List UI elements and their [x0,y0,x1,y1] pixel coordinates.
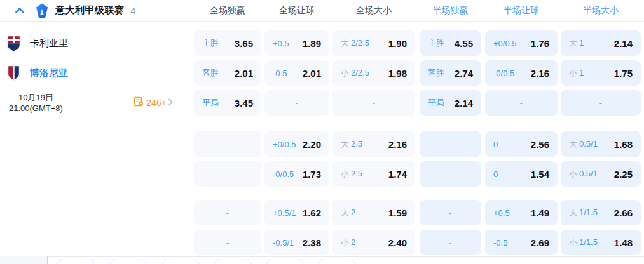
more-markets-button[interactable]: 246+ [134,96,174,109]
over-under-prefix: 小 [341,68,349,77]
over-under-prefix: 大 [569,38,577,48]
odds-cell[interactable]: +0/0.51.76 [485,30,558,56]
away-team-row[interactable]: 博洛尼亚 [0,60,188,86]
odds-cell[interactable]: -0.52.69 [485,230,558,255]
match-datetime: 10月19日 21:00(GMT+8) [9,92,63,114]
odds-cell[interactable]: 大2.52.16 [332,131,415,157]
league-header-left: 意大利甲级联赛 4 [0,3,188,18]
odds-cell[interactable]: 小2/2.51.98 [332,60,415,86]
match-date: 10月19日 [9,92,63,103]
odds-cell[interactable]: 大2/2.51.90 [332,30,415,56]
market-label: 主胜 [202,37,219,49]
league-title: 意大利甲级联赛 [55,4,125,16]
over-under-prefix: 小 [341,237,349,247]
odds-value: 2.25 [614,169,633,180]
odds-cell-empty: - [420,200,481,225]
market-label: 大0.5/1 [569,138,598,150]
odds-cell[interactable]: -0.52.01 [264,60,329,86]
horizontal-divider [48,256,644,257]
odds-cell-empty: - [194,161,261,187]
filter-pill[interactable] [214,260,252,264]
odds-value: 1.54 [531,169,549,180]
odds-cell[interactable]: +0.51.89 [264,30,329,56]
odds-cell[interactable]: -0.5/12.38 [264,230,329,255]
odds-cell[interactable]: +0/0.52.20 [264,131,329,157]
row-left-spacer [0,230,188,255]
home-team-row[interactable]: 卡利亚里 [0,30,188,56]
odds-row-alt-1: - +0/0.52.20 大2.52.16 - 02.56 大0.5/11.68 [0,131,644,157]
odds-row-alt-2: - -0/0.51.73 小2.51.74 - 01.54 小0.5/12.25 [0,161,644,187]
odds-cell[interactable]: 主胜3.65 [194,30,261,56]
odds-value: 1.59 [388,208,407,218]
serie-a-logo-icon [36,3,48,18]
odds-cell-empty: - [561,90,641,116]
odds-cell[interactable]: +0.51.49 [485,200,558,225]
odds-cell[interactable]: 主胜4.55 [420,30,481,56]
odds-cell[interactable]: +0.5/11.62 [264,200,329,225]
row-left-spacer [0,200,188,225]
odds-value: 1.49 [531,208,549,218]
section-divider [0,122,644,122]
odds-cell[interactable]: 大12.14 [561,30,641,56]
filter-pill[interactable] [318,260,356,264]
odds-cell-empty: - [420,131,481,157]
column-header-full-handicap: 全场让球 [264,5,329,16]
odds-cell[interactable]: 小0.5/12.25 [561,161,641,187]
match-info: 10月19日 21:00(GMT+8) 246+ [0,90,188,116]
column-header-half-handicap: 半场让球 [485,5,558,16]
odds-cell-empty: - [420,161,481,187]
market-label: +0/0.5 [493,39,517,48]
odds-cell[interactable]: 小1/1.51.48 [561,230,641,255]
filter-pill[interactable] [57,260,95,264]
market-label: 0 [493,169,498,179]
odds-cell[interactable]: 平局3.45 [194,90,261,116]
odds-cell[interactable]: 小2.51.74 [332,161,415,187]
market-label: 0 [493,140,498,149]
odds-cell[interactable]: 02.56 [485,131,558,157]
market-label: +0.5/1 [273,208,296,218]
over-under-prefix: 大 [569,208,577,217]
odds-cell[interactable]: 小22.40 [332,230,415,255]
market-label: 小2 [341,237,355,248]
filter-pill[interactable] [161,260,200,264]
market-label: 平局 [202,97,219,109]
column-header-full-overunder: 全场大小 [332,5,415,16]
odds-row-draw: 10月19日 21:00(GMT+8) 246+ 平局3.45 - - 平局2.… [0,90,644,116]
odds-value: 2.38 [303,237,321,248]
odds-cell[interactable]: 小11.75 [561,60,641,86]
odds-row-away: 博洛尼亚 客胜2.01 -0.52.01 小2/2.51.98 客胜2.74 -… [0,60,644,86]
chevron-up-icon[interactable] [13,5,27,16]
odds-cell-empty: - [264,90,329,116]
odds-cell-empty: - [194,200,261,225]
odds-value: 1.48 [614,237,633,248]
match-time: 21:00(GMT+8) [9,103,63,114]
odds-cell[interactable]: 大21.59 [332,200,415,225]
odds-cell[interactable]: 大1/1.52.66 [561,200,641,225]
market-label: 客胜 [428,67,444,79]
market-label: 主胜 [428,37,444,49]
column-header-half-overunder: 半场大小 [561,5,641,16]
odds-cell[interactable]: 平局2.14 [420,90,481,116]
over-under-prefix: 小 [569,237,577,247]
chevron-right-icon [168,97,174,109]
odds-cell[interactable]: 01.54 [485,161,558,187]
odds-value: 2.16 [531,68,549,79]
market-label: 小2/2.5 [341,67,369,79]
odds-cell[interactable]: 客胜2.01 [194,60,261,86]
market-label: 平局 [428,97,444,109]
filter-pill[interactable] [109,260,147,264]
market-label: 小1/1.5 [569,237,598,248]
odds-cell[interactable]: 客胜2.74 [420,60,481,86]
odds-cell[interactable]: -0/0.52.16 [485,60,558,86]
odds-cell-empty: - [194,131,261,157]
filter-pill[interactable] [266,260,304,264]
market-label: 小2.5 [341,168,362,180]
odds-row-home: 卡利亚里 主胜3.65 +0.51.89 大2/2.51.90 主胜4.55 +… [0,30,644,56]
market-label: -0/0.5 [493,69,514,78]
home-team-name: 卡利亚里 [30,37,68,50]
markets-count-icon [134,96,144,109]
odds-cell[interactable]: -0/0.51.73 [264,161,329,187]
league-match-count: 4 [131,6,136,16]
odds-cell[interactable]: 大0.5/11.68 [561,131,641,157]
over-under-prefix: 大 [341,38,349,48]
